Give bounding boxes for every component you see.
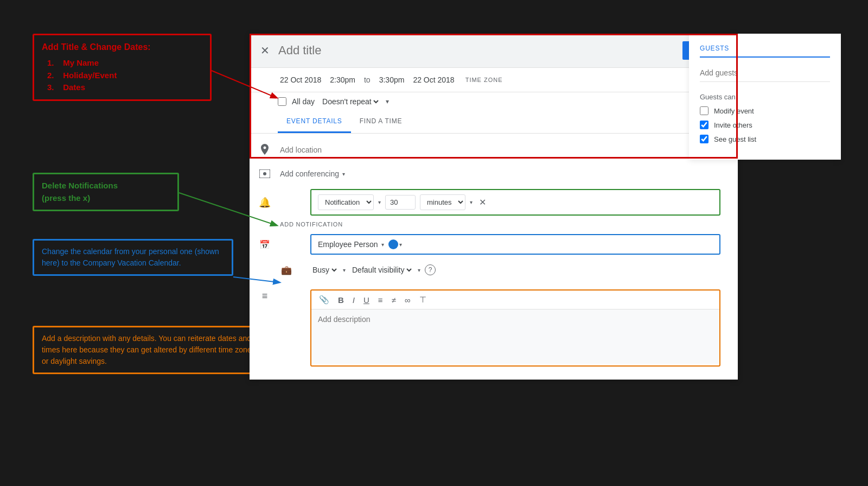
allday-checkbox[interactable] — [278, 97, 286, 106]
annotation-red-item3: 3. Dates — [47, 81, 202, 94]
bold-button[interactable]: B — [336, 294, 346, 306]
end-date-chip[interactable]: 22 Oct 2018 — [411, 74, 456, 85]
permission-modify-event: Modify event — [700, 106, 830, 115]
clear-format-button[interactable]: ⊤ — [417, 294, 429, 306]
tab-find-a-time[interactable]: FIND A TIME — [351, 111, 411, 133]
description-section: ≡ 📎 B I U ≡ ≠ ∞ ⊤ — [250, 281, 738, 375]
add-notification-link[interactable]: ADD NOTIFICATION — [250, 219, 738, 230]
notification-wrapper: Notification ▾ minutes ▾ ✕ — [310, 189, 720, 216]
location-input[interactable] — [280, 146, 729, 154]
permission-see-guest-list: See guest list — [700, 135, 830, 143]
annotation-red-box: Add Title & Change Dates: 1. My Name 2. … — [33, 34, 212, 101]
svg-point-1 — [263, 172, 266, 175]
close-button[interactable]: ✕ — [258, 43, 272, 58]
calendar-wrapper: Employee Person ▾ ▾ — [310, 234, 720, 255]
allday-label[interactable]: All day — [292, 97, 315, 106]
briefcase-icon: 💼 — [280, 265, 293, 275]
annotation-red-title: Add Title & Change Dates: — [42, 41, 202, 54]
start-date-chip[interactable]: 22 Oct 2018 — [278, 74, 323, 85]
notification-icon: 🔔 — [258, 197, 271, 209]
busy-visibility-row: 💼 Busy ▾ Default visibility ▾ ? — [250, 259, 738, 281]
tabs-row: EVENT DETAILS FIND A TIME — [250, 111, 738, 134]
see-guest-list-checkbox[interactable] — [700, 135, 709, 143]
notification-value-input[interactable] — [385, 195, 416, 210]
guests-can-label: Guests can: — [700, 93, 830, 101]
notification-unit-select[interactable]: minutes — [420, 194, 465, 210]
calendar-color-button[interactable]: ▾ — [388, 239, 402, 249]
location-row — [250, 138, 738, 162]
date-time-row: 22 Oct 2018 2:30pm to 3:30pm 22 Oct 2018… — [250, 68, 738, 92]
conferencing-label: Add conferencing — [280, 169, 339, 178]
calendar-form-panel: ✕ SAVE 22 Oct 2018 2:30pm to 3:30pm 22 O… — [250, 34, 738, 380]
link-button[interactable]: ∞ — [403, 294, 413, 306]
attach-button[interactable]: 📎 — [317, 294, 331, 306]
annotation-orange-box: Add a description with any details. You … — [33, 326, 266, 374]
help-icon[interactable]: ? — [425, 264, 436, 275]
guests-panel: GUESTS Guests can: Modify event Invite o… — [689, 34, 841, 160]
tab-event-details[interactable]: EVENT DETAILS — [278, 111, 351, 133]
calendar-dropdown-arrow: ▾ — [381, 242, 384, 248]
add-conferencing-button[interactable]: Add conferencing ▾ — [280, 169, 345, 178]
annotation-blue-text: Change the calendar from your personal o… — [42, 246, 224, 269]
description-wrapper: 📎 B I U ≡ ≠ ∞ ⊤ — [310, 289, 720, 367]
annotation-green-box: Delete Notifications(press the x) — [33, 173, 179, 211]
annotation-blue-box: Change the calendar from your personal o… — [33, 239, 233, 276]
invite-others-label: Invite others — [714, 121, 752, 129]
start-time-chip[interactable]: 2:30pm — [328, 74, 358, 85]
description-icon: ≡ — [258, 291, 271, 302]
guests-tab-label[interactable]: GUESTS — [700, 45, 830, 58]
calendar-name-button[interactable]: Employee Person ▾ — [318, 240, 384, 249]
calendar-color-dot — [388, 239, 398, 249]
calendar-name-label: Employee Person — [318, 240, 378, 249]
notification-type-select[interactable]: Notification — [318, 194, 374, 210]
event-details-section: Add conferencing ▾ 🔔 Notification ▾ minu… — [250, 134, 738, 380]
ordered-list-button[interactable]: ≡ — [376, 294, 385, 306]
conferencing-dropdown-arrow: ▾ — [342, 171, 345, 177]
allday-row: All day Doesn't repeat ▾ — [250, 92, 738, 111]
permission-invite-others: Invite others — [700, 121, 830, 129]
annotation-orange-text: Add a description with any details. You … — [42, 333, 257, 367]
description-textarea[interactable] — [311, 310, 719, 364]
guests-input[interactable] — [700, 64, 830, 82]
conferencing-icon — [258, 167, 271, 180]
title-input[interactable] — [278, 43, 676, 58]
to-label: to — [364, 75, 371, 84]
visibility-select[interactable]: Default visibility — [350, 265, 413, 275]
calendar-icon: 📅 — [258, 239, 271, 250]
underline-button[interactable]: U — [361, 294, 372, 306]
end-time-chip[interactable]: 3:30pm — [377, 74, 407, 85]
invite-others-checkbox[interactable] — [700, 121, 709, 129]
unordered-list-button[interactable]: ≠ — [390, 294, 398, 306]
calendar-section: 📅 Employee Person ▾ ▾ — [250, 230, 738, 259]
calendar-color-arrow: ▾ — [399, 242, 402, 248]
annotation-red-item1: 1. My Name — [47, 57, 202, 70]
modify-event-checkbox[interactable] — [700, 106, 709, 115]
annotation-red-item2: 2. Holiday/Event — [47, 70, 202, 82]
modify-event-label: Modify event — [714, 107, 754, 115]
description-toolbar: 📎 B I U ≡ ≠ ∞ ⊤ — [311, 291, 719, 310]
conferencing-row: Add conferencing ▾ — [250, 162, 738, 186]
panel-header: ✕ SAVE — [250, 34, 738, 68]
busy-select[interactable]: Busy — [310, 265, 339, 275]
annotation-green-text: Delete Notifications(press the x) — [42, 180, 170, 204]
timezone-button[interactable]: TIME ZONE — [465, 77, 503, 83]
notification-section: 🔔 Notification ▾ minutes ▾ ✕ — [250, 186, 738, 219]
notification-close-button[interactable]: ✕ — [479, 197, 486, 207]
repeat-select[interactable]: Doesn't repeat — [320, 97, 380, 106]
see-guest-list-label: See guest list — [714, 135, 756, 143]
italic-button[interactable]: I — [350, 294, 357, 306]
location-icon — [258, 143, 271, 156]
